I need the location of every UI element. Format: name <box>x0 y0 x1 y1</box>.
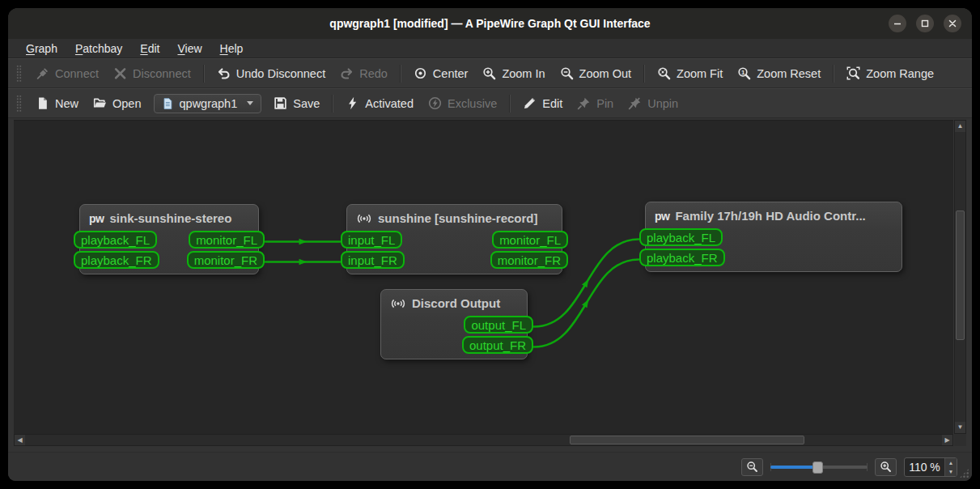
menu-graph[interactable]: Graph <box>19 40 65 57</box>
port-output_FR[interactable]: output_FR <box>462 336 533 354</box>
open-button[interactable]: Open <box>86 92 148 114</box>
new-icon <box>36 96 49 110</box>
connect-button[interactable]: Connect <box>28 62 106 84</box>
horizontal-scrollbar-thumb[interactable] <box>570 436 804 444</box>
unpin-label: Unpin <box>647 97 678 110</box>
center-button[interactable]: Center <box>406 62 476 84</box>
node-discord-output[interactable]: Discord Outputoutput_FLoutput_FR <box>380 289 528 359</box>
scroll-right-icon[interactable]: ▶ <box>942 435 952 445</box>
menu-edit[interactable]: Edit <box>133 40 167 57</box>
vertical-scrollbar-thumb[interactable] <box>956 210 965 340</box>
scroll-left-icon[interactable]: ◀ <box>15 435 25 445</box>
port-input_FL[interactable]: input_FL <box>341 231 402 249</box>
bolt-icon <box>346 96 359 110</box>
zoom-percent-spinbox[interactable]: 110 % ▲ ▼ <box>904 457 957 477</box>
activated-label: Activated <box>365 97 414 110</box>
save-button[interactable]: Save <box>266 92 327 114</box>
node-header: pwFamily 17h/19h HD Audio Contr... <box>646 202 902 227</box>
zoom-range-button[interactable]: Zoom Range <box>839 62 941 84</box>
svg-text:1: 1 <box>741 69 745 76</box>
new-button[interactable]: New <box>28 92 86 114</box>
maximize-button[interactable] <box>916 15 934 32</box>
port-monitor_FL[interactable]: monitor_FL <box>492 231 568 249</box>
horizontal-scrollbar[interactable]: ◀ ▶ <box>14 434 953 446</box>
zoom-slider[interactable] <box>770 461 868 474</box>
zoom-in-button[interactable] <box>875 458 897 476</box>
menu-view[interactable]: View <box>170 40 209 57</box>
canvas-area: pwsink-sunshine-stereoplayback_FLmonitor… <box>8 118 972 452</box>
disconnect-button[interactable]: Disconnect <box>106 62 198 84</box>
port-playback_FL[interactable]: playback_FL <box>74 231 157 249</box>
spin-up-icon[interactable]: ▲ <box>945 458 957 467</box>
port-output_FL[interactable]: output_FL <box>464 316 533 334</box>
zoom-reset-button[interactable]: 1Zoom Reset <box>730 62 828 84</box>
window-title: qpwgraph1 [modified] — A PipeWire Graph … <box>329 17 650 30</box>
zoom-range-label: Zoom Range <box>866 67 934 80</box>
app-window: qpwgraph1 [modified] — A PipeWire Graph … <box>8 8 972 481</box>
toolbar-grip[interactable] <box>16 95 22 113</box>
minimize-button[interactable] <box>889 15 906 32</box>
undo-button[interactable]: Undo Disconnect <box>210 62 333 84</box>
port-playback_FR[interactable]: playback_FR <box>74 251 159 269</box>
zoom-in-label: Zoom In <box>502 67 545 80</box>
close-button[interactable] <box>944 15 961 32</box>
zoom-reset-icon: 1 <box>737 66 751 80</box>
node-sunshine[interactable]: sunshine [sunshine-record]input_FLmonito… <box>346 204 562 274</box>
window-controls <box>889 15 961 32</box>
menu-patchbay[interactable]: Patchbay <box>68 40 129 57</box>
scroll-down-icon[interactable]: ▼ <box>955 422 965 433</box>
node-sink-sunshine-stereo[interactable]: pwsink-sunshine-stereoplayback_FLmonitor… <box>79 204 259 274</box>
disconnect-icon <box>113 66 127 80</box>
port-input_FR[interactable]: input_FR <box>341 251 405 269</box>
edit-button[interactable]: Edit <box>515 92 570 114</box>
port-monitor_FR[interactable]: monitor_FR <box>187 251 265 269</box>
resize-grip[interactable] <box>959 468 969 478</box>
spinbox-arrows: ▲ ▼ <box>944 458 957 476</box>
scroll-up-icon[interactable]: ▲ <box>955 121 965 132</box>
pin-icon <box>577 96 591 110</box>
doc-icon <box>162 97 174 110</box>
zoom-out-button[interactable]: Zoom Out <box>553 62 638 84</box>
center-icon <box>414 66 427 80</box>
toolbar-separator <box>833 65 834 83</box>
toolbar-separator <box>509 95 511 113</box>
zoom-out-button[interactable] <box>741 458 763 476</box>
node-family-audio[interactable]: pwFamily 17h/19h HD Audio Contr...playba… <box>645 202 902 272</box>
patchbay-select-label: qpwgraph1 <box>180 97 238 110</box>
stream-icon <box>356 212 372 225</box>
zoom-out-label: Zoom Out <box>579 67 631 80</box>
connect-icon <box>36 66 49 80</box>
exclusive-button[interactable]: Exclusive <box>421 92 504 114</box>
node-title: sunshine [sunshine-record] <box>378 211 538 225</box>
open-label: Open <box>112 97 141 110</box>
zoom-reset-label: Zoom Reset <box>757 67 821 80</box>
port-monitor_FR[interactable]: monitor_FR <box>490 251 568 269</box>
zoom-slider-handle[interactable] <box>812 461 823 474</box>
spin-down-icon[interactable]: ▼ <box>945 467 957 476</box>
zoom-fit-button[interactable]: Zoom Fit <box>650 62 730 84</box>
toolbar-grip[interactable] <box>16 65 22 83</box>
port-monitor_FL[interactable]: monitor_FL <box>189 231 265 249</box>
menu-help[interactable]: Help <box>213 40 251 57</box>
zoom-in-button[interactable]: Zoom In <box>475 62 552 84</box>
pipewire-icon: pw <box>655 210 669 223</box>
patchbay-select-dropdown[interactable]: qpwgraph1 <box>154 94 262 113</box>
unpin-button[interactable]: Unpin <box>621 92 685 114</box>
stream-icon <box>390 297 406 310</box>
zoom-fit-icon <box>657 66 671 80</box>
bolt-circle-icon <box>428 96 442 110</box>
vertical-scrollbar[interactable]: ▲ ▼ <box>954 120 966 434</box>
toolbar-separator <box>203 65 205 83</box>
status-bar: 110 % ▲ ▼ <box>8 452 972 481</box>
port-playback_FR[interactable]: playback_FR <box>639 249 725 266</box>
redo-button[interactable]: Redo <box>333 62 395 84</box>
node-title: Family 17h/19h HD Audio Contr... <box>675 209 865 223</box>
pin-button[interactable]: Pin <box>570 92 621 114</box>
activated-button[interactable]: Activated <box>338 92 421 114</box>
undo-icon <box>217 66 231 80</box>
title-bar[interactable]: qpwgraph1 [modified] — A PipeWire Graph … <box>8 8 972 39</box>
port-playback_FL[interactable]: playback_FL <box>639 228 723 246</box>
graph-canvas[interactable]: pwsink-sunshine-stereoplayback_FLmonitor… <box>14 120 953 434</box>
redo-label: Redo <box>359 67 388 80</box>
edit-label: Edit <box>542 97 562 110</box>
